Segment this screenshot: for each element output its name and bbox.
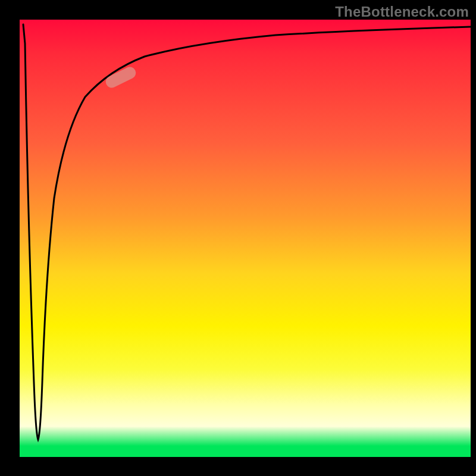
bottleneck-curve bbox=[23, 24, 471, 440]
chart-frame: TheBottleneck.com bbox=[0, 0, 476, 476]
attribution-label: TheBottleneck.com bbox=[335, 4, 469, 20]
curve-layer bbox=[20, 20, 471, 457]
